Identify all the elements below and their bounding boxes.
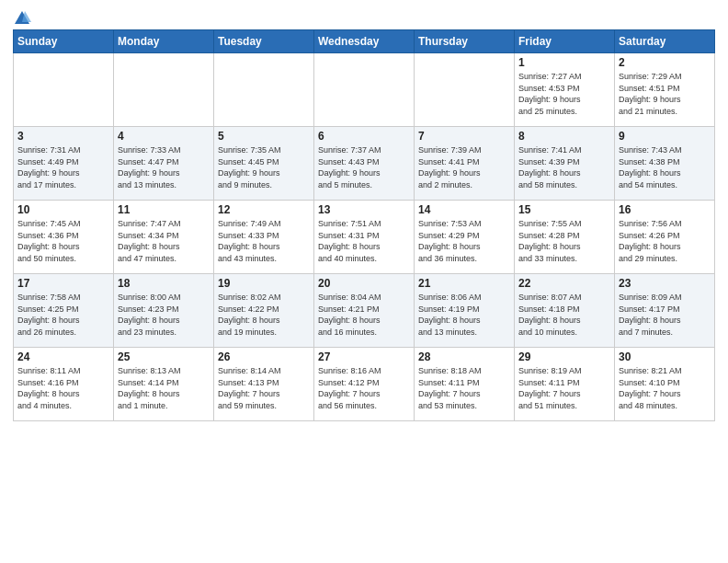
day-number: 21 bbox=[418, 277, 510, 290]
calendar-cell: 25Sunrise: 8:13 AM Sunset: 4:14 PM Dayli… bbox=[114, 348, 214, 421]
day-info: Sunrise: 7:37 AM Sunset: 4:43 PM Dayligh… bbox=[318, 144, 410, 190]
calendar-cell: 4Sunrise: 7:33 AM Sunset: 4:47 PM Daylig… bbox=[114, 127, 214, 201]
weekday-header-wednesday: Wednesday bbox=[314, 30, 415, 53]
day-number: 26 bbox=[218, 350, 310, 363]
day-info: Sunrise: 8:04 AM Sunset: 4:21 PM Dayligh… bbox=[318, 292, 410, 338]
calendar-cell: 13Sunrise: 7:51 AM Sunset: 4:31 PM Dayli… bbox=[314, 201, 415, 274]
calendar-cell: 10Sunrise: 7:45 AM Sunset: 4:36 PM Dayli… bbox=[14, 201, 114, 274]
calendar-cell: 23Sunrise: 8:09 AM Sunset: 4:17 PM Dayli… bbox=[615, 274, 715, 348]
day-info: Sunrise: 7:41 AM Sunset: 4:39 PM Dayligh… bbox=[518, 144, 610, 190]
day-number: 10 bbox=[17, 203, 109, 216]
day-info: Sunrise: 7:58 AM Sunset: 4:25 PM Dayligh… bbox=[17, 292, 109, 338]
day-number: 25 bbox=[118, 350, 210, 363]
day-number: 3 bbox=[17, 130, 109, 143]
day-info: Sunrise: 7:35 AM Sunset: 4:45 PM Dayligh… bbox=[218, 144, 310, 190]
day-info: Sunrise: 7:47 AM Sunset: 4:34 PM Dayligh… bbox=[118, 218, 210, 264]
day-info: Sunrise: 7:39 AM Sunset: 4:41 PM Dayligh… bbox=[418, 144, 510, 190]
calendar-cell: 27Sunrise: 8:16 AM Sunset: 4:12 PM Dayli… bbox=[314, 348, 415, 421]
calendar-cell: 12Sunrise: 7:49 AM Sunset: 4:33 PM Dayli… bbox=[214, 201, 314, 274]
day-number: 7 bbox=[418, 130, 510, 143]
day-number: 29 bbox=[518, 350, 610, 363]
page: SundayMondayTuesdayWednesdayThursdayFrid… bbox=[0, 0, 728, 563]
calendar-cell: 3Sunrise: 7:31 AM Sunset: 4:49 PM Daylig… bbox=[14, 127, 114, 201]
weekday-header-sunday: Sunday bbox=[14, 30, 114, 53]
day-info: Sunrise: 8:21 AM Sunset: 4:10 PM Dayligh… bbox=[619, 365, 711, 411]
day-info: Sunrise: 7:49 AM Sunset: 4:33 PM Dayligh… bbox=[218, 218, 310, 264]
calendar-cell bbox=[114, 53, 214, 127]
logo bbox=[13, 9, 35, 24]
calendar-cell: 17Sunrise: 7:58 AM Sunset: 4:25 PM Dayli… bbox=[14, 274, 114, 348]
day-info: Sunrise: 7:27 AM Sunset: 4:53 PM Dayligh… bbox=[518, 71, 610, 117]
calendar-cell bbox=[314, 53, 415, 127]
calendar-cell: 20Sunrise: 8:04 AM Sunset: 4:21 PM Dayli… bbox=[314, 274, 415, 348]
calendar-cell bbox=[214, 53, 314, 127]
calendar-cell: 6Sunrise: 7:37 AM Sunset: 4:43 PM Daylig… bbox=[314, 127, 415, 201]
day-info: Sunrise: 8:06 AM Sunset: 4:19 PM Dayligh… bbox=[418, 292, 510, 338]
calendar-week-row: 24Sunrise: 8:11 AM Sunset: 4:16 PM Dayli… bbox=[14, 348, 715, 421]
day-info: Sunrise: 8:18 AM Sunset: 4:11 PM Dayligh… bbox=[418, 365, 510, 411]
day-info: Sunrise: 7:33 AM Sunset: 4:47 PM Dayligh… bbox=[118, 144, 210, 190]
day-number: 23 bbox=[619, 277, 711, 290]
day-number: 17 bbox=[17, 277, 109, 290]
day-number: 24 bbox=[17, 350, 109, 363]
day-info: Sunrise: 8:16 AM Sunset: 4:12 PM Dayligh… bbox=[318, 365, 410, 411]
day-number: 4 bbox=[118, 130, 210, 143]
calendar-table: SundayMondayTuesdayWednesdayThursdayFrid… bbox=[13, 29, 715, 421]
day-info: Sunrise: 7:51 AM Sunset: 4:31 PM Dayligh… bbox=[318, 218, 410, 264]
day-info: Sunrise: 7:56 AM Sunset: 4:26 PM Dayligh… bbox=[619, 218, 711, 264]
day-number: 8 bbox=[518, 130, 610, 143]
calendar-week-row: 3Sunrise: 7:31 AM Sunset: 4:49 PM Daylig… bbox=[14, 127, 715, 201]
calendar-week-row: 17Sunrise: 7:58 AM Sunset: 4:25 PM Dayli… bbox=[14, 274, 715, 348]
day-number: 22 bbox=[518, 277, 610, 290]
day-info: Sunrise: 8:07 AM Sunset: 4:18 PM Dayligh… bbox=[518, 292, 610, 338]
day-number: 20 bbox=[318, 277, 410, 290]
day-number: 30 bbox=[619, 350, 711, 363]
day-number: 1 bbox=[518, 56, 610, 69]
calendar-cell: 15Sunrise: 7:55 AM Sunset: 4:28 PM Dayli… bbox=[515, 201, 615, 274]
day-number: 5 bbox=[218, 130, 310, 143]
day-info: Sunrise: 8:14 AM Sunset: 4:13 PM Dayligh… bbox=[218, 365, 310, 411]
calendar-cell: 26Sunrise: 8:14 AM Sunset: 4:13 PM Dayli… bbox=[214, 348, 314, 421]
day-number: 28 bbox=[418, 350, 510, 363]
day-info: Sunrise: 8:13 AM Sunset: 4:14 PM Dayligh… bbox=[118, 365, 210, 411]
day-number: 9 bbox=[619, 130, 711, 143]
calendar-week-row: 10Sunrise: 7:45 AM Sunset: 4:36 PM Dayli… bbox=[14, 201, 715, 274]
calendar-cell: 29Sunrise: 8:19 AM Sunset: 4:11 PM Dayli… bbox=[515, 348, 615, 421]
day-info: Sunrise: 8:09 AM Sunset: 4:17 PM Dayligh… bbox=[619, 292, 711, 338]
day-number: 19 bbox=[218, 277, 310, 290]
calendar-cell: 28Sunrise: 8:18 AM Sunset: 4:11 PM Dayli… bbox=[415, 348, 515, 421]
calendar-cell: 7Sunrise: 7:39 AM Sunset: 4:41 PM Daylig… bbox=[415, 127, 515, 201]
day-info: Sunrise: 8:00 AM Sunset: 4:23 PM Dayligh… bbox=[118, 292, 210, 338]
day-info: Sunrise: 7:43 AM Sunset: 4:38 PM Dayligh… bbox=[619, 144, 711, 190]
day-info: Sunrise: 7:45 AM Sunset: 4:36 PM Dayligh… bbox=[17, 218, 109, 264]
day-info: Sunrise: 8:19 AM Sunset: 4:11 PM Dayligh… bbox=[518, 365, 610, 411]
svg-marker-1 bbox=[22, 11, 31, 22]
day-number: 14 bbox=[418, 203, 510, 216]
header bbox=[13, 9, 715, 24]
weekday-header-monday: Monday bbox=[114, 30, 214, 53]
calendar-cell: 14Sunrise: 7:53 AM Sunset: 4:29 PM Dayli… bbox=[415, 201, 515, 274]
weekday-header-saturday: Saturday bbox=[615, 30, 715, 53]
day-info: Sunrise: 7:53 AM Sunset: 4:29 PM Dayligh… bbox=[418, 218, 510, 264]
calendar-cell: 18Sunrise: 8:00 AM Sunset: 4:23 PM Dayli… bbox=[114, 274, 214, 348]
calendar-week-row: 1Sunrise: 7:27 AM Sunset: 4:53 PM Daylig… bbox=[14, 53, 715, 127]
calendar-cell: 11Sunrise: 7:47 AM Sunset: 4:34 PM Dayli… bbox=[114, 201, 214, 274]
day-info: Sunrise: 8:11 AM Sunset: 4:16 PM Dayligh… bbox=[17, 365, 109, 411]
calendar-cell: 24Sunrise: 8:11 AM Sunset: 4:16 PM Dayli… bbox=[14, 348, 114, 421]
day-info: Sunrise: 7:31 AM Sunset: 4:49 PM Dayligh… bbox=[17, 144, 109, 190]
day-info: Sunrise: 8:02 AM Sunset: 4:22 PM Dayligh… bbox=[218, 292, 310, 338]
calendar-cell: 19Sunrise: 8:02 AM Sunset: 4:22 PM Dayli… bbox=[214, 274, 314, 348]
calendar-cell: 1Sunrise: 7:27 AM Sunset: 4:53 PM Daylig… bbox=[515, 53, 615, 127]
day-number: 12 bbox=[218, 203, 310, 216]
day-info: Sunrise: 7:29 AM Sunset: 4:51 PM Dayligh… bbox=[619, 71, 711, 117]
logo-icon bbox=[13, 9, 31, 28]
day-number: 2 bbox=[619, 56, 711, 69]
day-number: 16 bbox=[619, 203, 711, 216]
day-number: 27 bbox=[318, 350, 410, 363]
calendar-cell: 21Sunrise: 8:06 AM Sunset: 4:19 PM Dayli… bbox=[415, 274, 515, 348]
day-number: 6 bbox=[318, 130, 410, 143]
day-number: 18 bbox=[118, 277, 210, 290]
calendar-cell bbox=[14, 53, 114, 127]
weekday-header-thursday: Thursday bbox=[415, 30, 515, 53]
day-number: 11 bbox=[118, 203, 210, 216]
